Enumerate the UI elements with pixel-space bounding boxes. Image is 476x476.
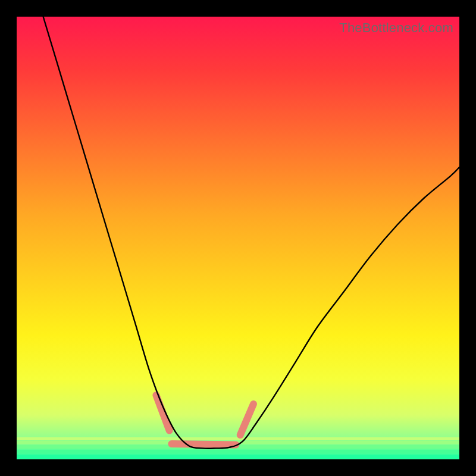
bottleneck-curve bbox=[43, 17, 459, 449]
trough-marker bbox=[156, 395, 253, 444]
chart-frame: TheBottleneck.com bbox=[0, 0, 476, 476]
trough-segment bbox=[171, 444, 236, 444]
curve-svg bbox=[17, 17, 459, 459]
plot-area: TheBottleneck.com bbox=[17, 17, 459, 459]
trough-segment bbox=[156, 395, 169, 431]
